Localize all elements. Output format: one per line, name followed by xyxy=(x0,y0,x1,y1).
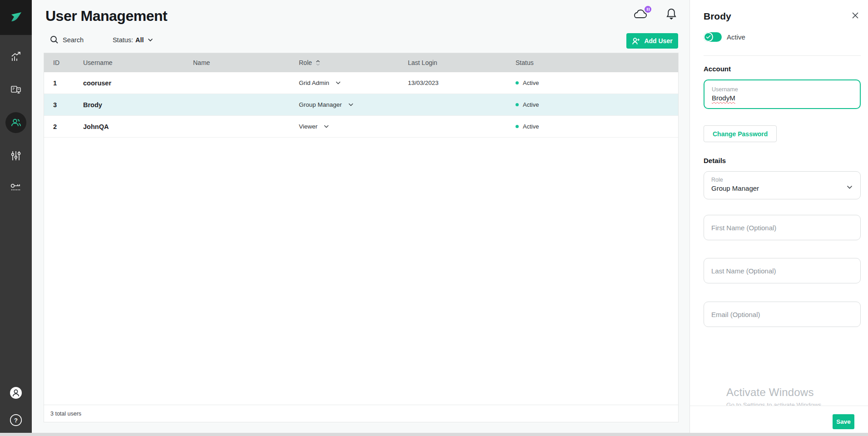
sidebar-item-settings[interactable] xyxy=(0,145,32,167)
table-footer: 3 total users xyxy=(44,405,678,422)
users-icon xyxy=(9,116,23,129)
cell-username: cooruser xyxy=(83,79,193,87)
col-header-id[interactable]: ID xyxy=(53,59,83,66)
sidebar: ? xyxy=(0,0,32,433)
devices-icon xyxy=(9,83,23,97)
cell-last-login: 13/03/2023 xyxy=(408,79,516,86)
status-filter-label: Status: xyxy=(113,36,133,44)
cell-status: Active xyxy=(516,123,678,130)
sidebar-item-users[interactable] xyxy=(0,112,32,134)
status-filter-value: All xyxy=(135,36,144,44)
active-toggle-label: Active xyxy=(727,33,745,41)
logo-icon xyxy=(7,9,25,26)
add-user-icon xyxy=(632,37,640,45)
first-name-field[interactable] xyxy=(704,215,861,240)
add-user-button[interactable]: Add User xyxy=(626,33,678,49)
cell-username: JohnQA xyxy=(83,123,193,130)
toggle-knob xyxy=(704,32,713,42)
role-select[interactable]: Role Group Manager xyxy=(704,171,861,199)
activate-windows-watermark: Activate Windows xyxy=(726,386,814,399)
total-users-count: 3 total users xyxy=(50,411,81,417)
cell-username: Brody xyxy=(83,101,193,109)
chevron-down-icon xyxy=(847,183,853,191)
account-heading: Account xyxy=(704,65,731,73)
last-name-field[interactable] xyxy=(704,258,861,283)
table-header-row: ID Username Name Role Last Login Status xyxy=(44,53,678,72)
cell-status: Active xyxy=(516,101,678,108)
save-button[interactable]: Save xyxy=(833,414,854,429)
role-value: Grid Admin xyxy=(299,79,329,86)
search-icon xyxy=(50,35,59,44)
app-logo[interactable] xyxy=(0,0,32,35)
sidebar-item-account[interactable] xyxy=(0,382,32,404)
user-detail-panel: Brody Active Account Username BrodyM Cha… xyxy=(689,0,868,433)
analytics-icon xyxy=(9,50,23,64)
status-dot-icon xyxy=(516,103,519,106)
add-user-label: Add User xyxy=(644,37,672,45)
notifications-button[interactable] xyxy=(665,7,678,23)
col-header-name[interactable]: Name xyxy=(193,59,299,66)
change-password-button[interactable]: Change Password xyxy=(704,125,777,142)
status-filter-dropdown[interactable]: Status: All xyxy=(113,36,153,44)
sliders-icon xyxy=(9,149,23,163)
role-value: Viewer xyxy=(299,123,317,130)
role-select-label: Role xyxy=(711,176,853,183)
sidebar-item-analytics[interactable] xyxy=(0,46,32,68)
check-icon xyxy=(706,35,711,39)
cell-status: Active xyxy=(516,79,678,86)
users-table: ID Username Name Role Last Login Status … xyxy=(44,53,679,422)
role-select-value: Group Manager xyxy=(711,183,853,194)
sidebar-item-help[interactable]: ? xyxy=(0,409,32,431)
main-content: User Management Search Status: All xyxy=(32,0,689,433)
col-header-role[interactable]: Role xyxy=(299,59,408,66)
username-field-value[interactable]: BrodyM xyxy=(712,93,853,104)
toolbar: Search Status: All xyxy=(50,35,153,44)
status-label: Active xyxy=(523,79,539,86)
table-empty-space xyxy=(44,138,678,405)
chevron-down-icon xyxy=(148,38,153,42)
sidebar-item-license[interactable] xyxy=(0,177,32,198)
role-dropdown[interactable]: Group Manager xyxy=(299,101,408,108)
table-row[interactable]: 1 cooruser Grid Admin 13/03/2023 Active xyxy=(44,72,678,94)
table-row[interactable]: 2 JohnQA Viewer Active xyxy=(44,116,678,138)
col-header-last-login[interactable]: Last Login xyxy=(408,59,516,66)
cell-id: 1 xyxy=(53,79,83,87)
username-field-label: Username xyxy=(712,86,853,93)
pause-badge-icon xyxy=(644,5,652,14)
status-label: Active xyxy=(523,101,539,108)
divider xyxy=(704,55,861,56)
email-field[interactable] xyxy=(704,302,861,327)
search-placeholder: Search xyxy=(63,36,84,44)
col-header-username[interactable]: Username xyxy=(83,59,193,66)
status-dot-icon xyxy=(516,125,519,128)
active-toggle[interactable] xyxy=(704,32,722,42)
license-key-icon xyxy=(9,180,23,195)
col-header-role-label: Role xyxy=(299,59,312,66)
account-avatar-icon xyxy=(10,386,22,399)
username-field[interactable]: Username BrodyM xyxy=(704,79,861,109)
details-heading: Details xyxy=(704,157,726,164)
sort-icon[interactable] xyxy=(316,60,320,66)
sidebar-item-devices[interactable] xyxy=(0,79,32,101)
cloud-status-button[interactable] xyxy=(632,8,649,22)
col-header-status[interactable]: Status xyxy=(516,59,678,66)
chevron-down-icon xyxy=(324,125,329,128)
close-panel-button[interactable] xyxy=(852,12,859,21)
taskbar-edge xyxy=(0,433,868,436)
help-icon: ? xyxy=(10,414,22,426)
cell-id: 2 xyxy=(53,123,83,130)
role-dropdown[interactable]: Viewer xyxy=(299,123,408,130)
header-icons xyxy=(632,7,678,23)
role-dropdown[interactable]: Grid Admin xyxy=(299,79,408,86)
page-title: User Management xyxy=(45,8,167,25)
bell-icon xyxy=(665,7,678,21)
panel-title: Brody xyxy=(704,11,731,22)
cell-id: 3 xyxy=(53,101,83,109)
chevron-down-icon xyxy=(348,103,353,106)
role-value: Group Manager xyxy=(299,101,342,108)
svg-text:?: ? xyxy=(14,417,18,424)
search-input[interactable]: Search xyxy=(50,35,84,44)
chevron-down-icon xyxy=(336,81,341,84)
status-label: Active xyxy=(523,123,539,130)
table-row-selected[interactable]: 3 Brody Group Manager Active xyxy=(44,94,678,116)
